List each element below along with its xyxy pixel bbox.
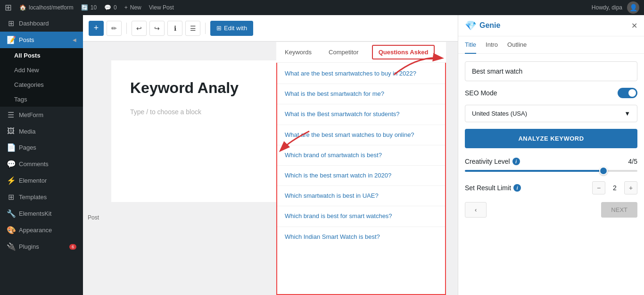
slider-thumb[interactable] [599, 167, 608, 175]
sidebar-item-label: Posts [19, 36, 34, 43]
sidebar-item-comments[interactable]: 💬 Comments [0, 156, 83, 172]
creativity-slider[interactable] [465, 170, 637, 172]
admin-bar-site[interactable]: 🏠 localhost/metform [19, 4, 74, 11]
wp-logo-icon[interactable]: ⊞ [5, 2, 12, 13]
sidebar-item-all-posts[interactable]: All Posts [0, 48, 83, 63]
question-link-7[interactable]: Which smartwatch is best in UAE? [285, 192, 379, 199]
right-panel-header: 💎 Genie ✕ [458, 15, 644, 36]
sidebar-item-label: Media [19, 128, 35, 135]
analyze-keyword-button[interactable]: ANALYZE KEYWORD [465, 129, 637, 148]
new-label: New [130, 4, 141, 11]
right-panel-body: SEO Mode United States (USA) ▼ ANALYZE K… [458, 54, 644, 225]
admin-bar-updates[interactable]: 🔄 10 [81, 4, 97, 11]
posts-submenu: All Posts Add New Categories Tags [0, 48, 83, 107]
prev-button[interactable]: ‹ [465, 202, 487, 218]
question-item-3[interactable]: What is the Best smartwatch for students… [277, 104, 445, 125]
redo-button[interactable]: ↪ [149, 21, 165, 36]
tab-competitor[interactable]: Competitor [320, 43, 367, 62]
plugins-icon: 🔌 [7, 242, 15, 251]
sidebar-item-posts[interactable]: 📝 Posts ◀ [0, 32, 83, 48]
toolbar-separator-1 [126, 23, 127, 34]
tab-keywords[interactable]: Keywords [276, 43, 320, 62]
sidebar-item-tags[interactable]: Tags [0, 92, 83, 107]
slider-fill [465, 170, 603, 172]
elementskit-icon: 🔧 [7, 209, 15, 218]
question-link-6[interactable]: Which is the best smart watch in 2020? [285, 172, 391, 179]
info-button[interactable]: ℹ [167, 21, 182, 36]
plugins-badge: 6 [69, 244, 76, 250]
edit-pen-button[interactable]: ✏ [107, 21, 122, 36]
question-item-1[interactable]: What are the best smartwatches to buy in… [277, 64, 445, 84]
country-select[interactable]: United States (USA) ▼ [465, 105, 637, 122]
question-link-4[interactable]: What are the best smart watches to buy o… [285, 131, 414, 138]
question-item-4[interactable]: What are the best smart watches to buy o… [277, 125, 445, 145]
creativity-row: Creativity Level i 4/5 [465, 158, 637, 165]
section-tabs: Title Intro Outline [458, 36, 644, 54]
question-item-8[interactable]: Which brand is best for smart watches? [277, 206, 445, 227]
posts-icon: 📝 [7, 35, 15, 44]
outline-tab-label: Outline [507, 41, 527, 48]
seo-mode-toggle[interactable] [618, 88, 637, 98]
stepper-minus-button[interactable]: − [592, 181, 605, 194]
sidebar-item-templates[interactable]: ⊞ Templates [0, 189, 83, 205]
right-panel: 💎 Genie ✕ Title Intro Outline SEO Mode U… [458, 15, 644, 295]
edit-with-button[interactable]: ⊞ Edit with [210, 21, 253, 36]
sidebar-item-elementor[interactable]: ⚡ Elementor [0, 172, 83, 189]
all-posts-label: All Posts [14, 52, 41, 59]
comment-icon: 💬 [104, 4, 111, 11]
close-panel-button[interactable]: ✕ [631, 21, 637, 30]
avatar: 👤 [627, 1, 639, 14]
result-limit-stepper: − 2 + [592, 181, 637, 194]
undo-button[interactable]: ↩ [132, 21, 147, 36]
update-icon: 🔄 [81, 4, 88, 11]
sidebar: ⊞ Dashboard 📝 Posts ◀ All Posts Add New … [0, 15, 83, 295]
question-link-2[interactable]: What is the best smartwatch for me? [285, 90, 384, 97]
question-item-9[interactable]: Which Indian Smart Watch is best? [277, 227, 445, 247]
question-item-6[interactable]: Which is the best smart watch in 2020? [277, 166, 445, 186]
question-link-8[interactable]: Which brand is best for smart watches? [285, 212, 392, 219]
tab-intro[interactable]: Intro [486, 36, 498, 54]
question-item-7[interactable]: Which smartwatch is best in UAE? [277, 186, 445, 206]
sidebar-item-label: ElementsKit [19, 210, 51, 217]
result-limit-label-text: Set Result Limit [465, 184, 511, 192]
sidebar-item-appearance[interactable]: 🎨 Appearance [0, 222, 83, 238]
keyword-input[interactable] [465, 61, 637, 81]
seo-mode-label: SEO Mode [465, 89, 497, 97]
list-view-button[interactable]: ☰ [185, 21, 200, 36]
keyword-tabs-bar: Keywords Competitor Questions Asked [276, 42, 446, 63]
post-label: Post [88, 214, 99, 221]
question-link-5[interactable]: Which brand of smartwatch is best? [285, 152, 382, 159]
admin-bar-view-post[interactable]: View Post [149, 4, 174, 11]
question-link-1[interactable]: What are the best smartwatches to buy in… [285, 70, 416, 77]
tab-outline[interactable]: Outline [507, 36, 527, 54]
question-item-2[interactable]: What is the best smartwatch for me? [277, 84, 445, 104]
result-limit-info-icon[interactable]: i [513, 184, 521, 192]
admin-bar-new[interactable]: + New [124, 4, 141, 11]
sidebar-item-metform[interactable]: ☰ MetForm [0, 107, 83, 123]
categories-label: Categories [14, 81, 44, 88]
sidebar-item-dashboard[interactable]: ⊞ Dashboard [0, 15, 83, 32]
questions-panel: What are the best smartwatches to buy in… [276, 60, 446, 295]
intro-tab-label: Intro [486, 41, 498, 48]
sidebar-item-label: Plugins [19, 243, 39, 250]
sidebar-item-categories[interactable]: Categories [0, 77, 83, 92]
sidebar-item-add-new[interactable]: Add New [0, 63, 83, 77]
next-button[interactable]: NEXT [601, 202, 637, 218]
sidebar-item-media[interactable]: 🖼 Media [0, 123, 83, 139]
tab-title[interactable]: Title [465, 36, 476, 54]
question-link-3[interactable]: What is the Best smartwatch for students… [285, 110, 400, 118]
add-block-button[interactable]: + [89, 21, 104, 36]
admin-bar-comments[interactable]: 💬 0 [104, 4, 117, 11]
plus-icon: + [124, 4, 128, 11]
creativity-info-icon[interactable]: i [512, 158, 520, 165]
question-item-5[interactable]: Which brand of smartwatch is best? [277, 145, 445, 166]
tab-questions-asked[interactable]: Questions Asked [372, 45, 435, 59]
analyze-label: ANALYZE KEYWORD [518, 135, 584, 142]
sidebar-item-label: Dashboard [19, 20, 49, 27]
sidebar-item-plugins[interactable]: 🔌 Plugins 6 [0, 238, 83, 255]
question-link-9[interactable]: Which Indian Smart Watch is best? [285, 233, 380, 240]
stepper-plus-button[interactable]: + [624, 181, 637, 194]
sidebar-item-elementskit[interactable]: 🔧 ElementsKit [0, 205, 83, 222]
sidebar-item-pages[interactable]: 📄 Pages [0, 139, 83, 156]
sidebar-item-label: Templates [19, 194, 47, 201]
